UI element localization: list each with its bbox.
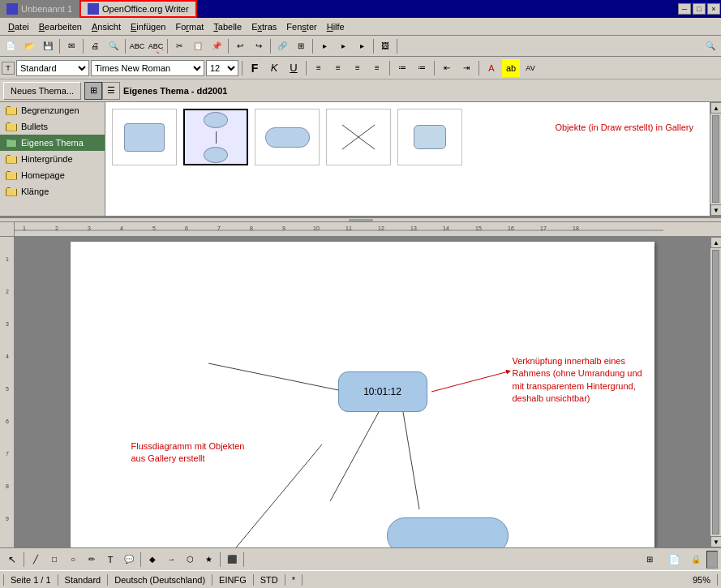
tb-table[interactable]: ⊞ [292,37,310,55]
menu-tabelle[interactable]: Tabelle [208,20,247,33]
menu-datei[interactable]: Datei [3,20,34,33]
close-button[interactable]: × [707,3,720,15]
gallery-grid-view[interactable]: ⊞ [84,82,102,100]
tb-redo[interactable]: ↪ [250,37,268,55]
bold-button[interactable]: F [246,59,264,77]
zoom-slider[interactable] [706,551,718,569]
tb-more3[interactable]: ▸ [353,37,371,55]
insert-mode-icon[interactable]: ⊞ [638,551,661,569]
gallery-item-klaenge[interactable]: Klänge [0,183,105,200]
tb-more2[interactable]: ▸ [334,37,352,55]
draw-freeform[interactable]: ✏ [83,551,101,569]
align-center[interactable]: ≡ [329,59,347,77]
svg-text:8: 8 [250,225,253,231]
style-select[interactable]: Standard [16,60,89,76]
maximize-button[interactable]: □ [693,3,706,15]
gallery-item-eigenes[interactable]: Eigenes Thema [0,135,105,151]
new-theme-button[interactable]: Neues Thema... [3,82,81,100]
title-tab-writer[interactable]: OpenOffice.org Writer [79,0,197,18]
svg-text:7: 7 [6,451,9,457]
title-tab-unbenannt[interactable]: Unbenannt 1 [0,0,79,18]
scroll-down-btn[interactable]: ▼ [710,204,721,216]
doc-area: 1 2 3 4 5 6 7 8 9 10 11 12 13 14 15 16 1… [0,222,721,547]
gallery-thumb-4[interactable] [326,109,391,165]
draw-flowchart[interactable]: ⬡ [181,551,199,569]
char-spacing[interactable]: AV [521,59,539,77]
draw-shapes[interactable]: ◆ [144,551,161,569]
draw-stars[interactable]: ★ [200,551,217,569]
tb-save[interactable]: 💾 [39,37,57,55]
minimize-button[interactable]: ─ [678,3,691,15]
scroll-down-btn[interactable]: ▼ [710,536,721,547]
folder-icon-klaenge [5,186,18,197]
draw-select[interactable]: ↖ [3,551,21,569]
draw-3d[interactable]: ⬛ [223,551,241,569]
doc-scroll[interactable]: 10:01:12 Flussdiagramm mit Objektenaus G… [15,237,710,547]
gallery-thumb-5[interactable] [397,109,462,165]
tb-spellcheck2[interactable]: ABC [147,37,165,55]
gallery-item-bullets[interactable]: Bullets [0,118,105,135]
draw-rect[interactable]: □ [45,551,63,569]
tb-paste[interactable]: 📌 [208,37,225,55]
tb-email[interactable]: ✉ [62,37,80,55]
gallery-list-view[interactable]: ☰ [102,82,120,100]
menu-format[interactable]: Format [170,20,208,33]
align-justify[interactable]: ≡ [368,59,386,77]
scroll-thumb[interactable] [712,250,719,534]
svg-line-35 [431,371,509,392]
gallery-item-begrenzungen[interactable]: Begrenzungen [0,102,105,118]
doc-state-icon[interactable]: 📄 [663,551,685,569]
scroll-up-btn[interactable]: ▲ [710,102,721,114]
menu-fenster[interactable]: Fenster [281,20,321,33]
underline-button[interactable]: U [285,59,303,77]
highlight[interactable]: ab [502,59,520,77]
tb-more1[interactable]: ▸ [315,37,333,55]
doc-scrollbar-v[interactable]: ▲ ▼ [710,237,721,547]
draw-text[interactable]: T [101,551,119,569]
draw-callout[interactable]: 💬 [120,551,138,569]
align-left[interactable]: ≡ [310,59,328,77]
scroll-thumb[interactable] [712,115,719,203]
tb-preview[interactable]: 🔍 [105,37,122,55]
menu-ansicht[interactable]: Ansicht [87,20,126,33]
tb-find[interactable]: 🔍 [702,37,719,55]
numbering[interactable]: ≔ [393,59,411,77]
bullets[interactable]: ≔ [413,59,431,77]
gallery-thumb-3[interactable] [255,109,320,165]
menu-hilfe[interactable]: Hilfe [322,20,350,33]
tb-spellcheck[interactable]: ABC [128,37,146,55]
tb-cut[interactable]: ✂ [170,37,188,55]
tb-open[interactable]: 📂 [20,37,38,55]
draw-ellipse[interactable]: ○ [64,551,82,569]
menu-extras[interactable]: Extras [247,20,281,33]
menu-einfuegen[interactable]: Einfügen [126,20,170,33]
folder-icon-bullets [5,121,18,132]
gallery-thumb-1[interactable] [112,109,177,165]
gallery-item-homepage[interactable]: Homepage [0,167,105,183]
draw-line[interactable]: ╱ [27,551,45,569]
draw-arrows[interactable]: → [162,551,180,569]
tb-link[interactable]: 🔗 [273,37,291,55]
menu-bearbeiten[interactable]: Bearbeiten [34,20,87,33]
tb-gallery[interactable]: 🖼 [376,37,394,55]
extra-icon1[interactable]: 🔒 [687,551,705,569]
italic-button[interactable]: K [265,59,283,77]
font-select[interactable]: Times New Roman [91,60,204,76]
gallery-thumb-2[interactable] [183,109,248,165]
align-right[interactable]: ≡ [349,59,367,77]
svg-text:10: 10 [313,225,320,231]
gallery-title: Eigenes Thema - dd2001 [123,86,227,96]
gallery-scrollbar[interactable]: ▲ ▼ [710,102,721,216]
size-select[interactable]: 12 [206,60,238,76]
tb-print[interactable]: 🖨 [86,37,104,55]
tb-new[interactable]: 📄 [2,37,19,55]
gallery-toolbar: Neues Thema... ⊞ ☰ Eigenes Thema - dd200… [0,79,721,102]
thumb-oval-bottom [204,147,228,163]
outdent[interactable]: ⇤ [438,59,456,77]
gallery-item-hintergruende[interactable]: Hintergründe [0,151,105,167]
font-color[interactable]: A [483,59,500,77]
indent[interactable]: ⇥ [457,59,475,77]
tb-undo[interactable]: ↩ [231,37,249,55]
scroll-up-btn[interactable]: ▲ [710,237,721,248]
tb-copy[interactable]: 📋 [189,37,207,55]
